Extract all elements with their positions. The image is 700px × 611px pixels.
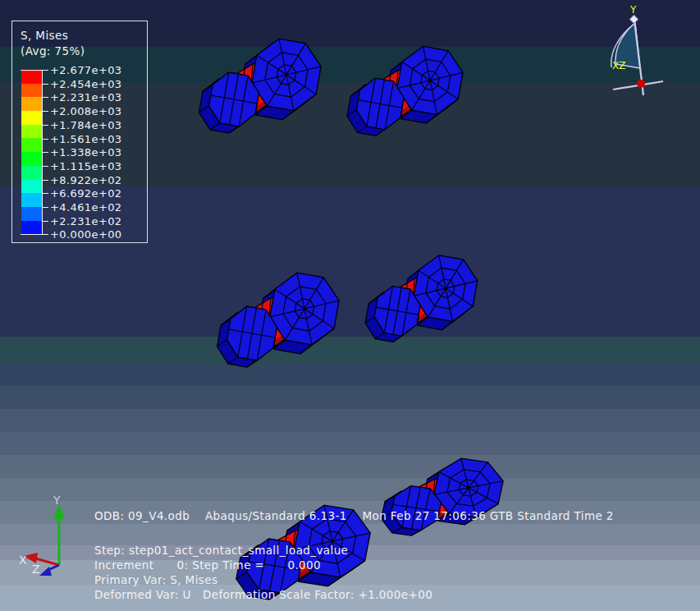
legend-tick-mark	[42, 139, 48, 140]
legend-tick-label-3: +2.008e+03	[50, 105, 122, 117]
legend-tick-mark	[42, 111, 48, 112]
legend-subtitle: (Avg: 75%)	[21, 44, 85, 57]
part-instance-3[interactable]	[214, 269, 342, 370]
legend-swatch-0	[21, 70, 42, 84]
increment-line: Increment 0: Step Time = 0.000	[94, 558, 614, 573]
triad-z-label: Z	[32, 563, 40, 576]
deformed-var-line: Deformed Var: U Deformation Scale Factor…	[94, 588, 614, 603]
legend-swatch-6	[21, 152, 42, 166]
compass-y-label: Y	[629, 4, 637, 16]
legend-tick-label-10: +4.461e+02	[50, 201, 122, 214]
compass-xz-label: XZ	[612, 60, 625, 71]
legend-tick-label-2: +2.231e+03	[50, 91, 122, 103]
legend-tick-mark	[42, 193, 48, 194]
legend-tick-label-9: +6.692e+02	[50, 187, 122, 200]
compass-pivot-ball[interactable]	[637, 80, 645, 88]
legend-swatch-7	[21, 166, 42, 180]
triad-x-label: X	[19, 554, 27, 567]
triad-y-label: Y	[53, 494, 61, 507]
part-instance-1[interactable]	[196, 35, 324, 136]
abaqus-viewer-canvas[interactable]: { "colors": { "part_blue": "#1414df", "p…	[0, 0, 700, 611]
legend-swatch-11	[21, 221, 42, 235]
legend-title: S, Mises	[21, 29, 68, 42]
legend-tick-label-7: +1.115e+03	[50, 160, 122, 172]
legend-swatch-10	[21, 207, 42, 221]
compass-top-handle[interactable]	[630, 16, 638, 24]
legend-swatch-stack	[21, 70, 42, 234]
view-compass[interactable]: Y XZ	[603, 2, 698, 102]
legend-tick-label-12: +0.000e+00	[50, 228, 122, 241]
legend-swatch-9	[21, 193, 42, 207]
legend-tick-label-5: +1.561e+03	[50, 133, 122, 145]
legend-tick-mark	[42, 221, 48, 222]
legend-tick-mark	[42, 166, 48, 167]
legend-swatch-8	[21, 180, 42, 194]
state-block: ODB: 09_V4.odb Abaqus/Standard 6.13-1 Mo…	[94, 509, 614, 603]
legend-tick-label-6: +1.338e+03	[50, 146, 122, 158]
legend-swatch-3	[21, 111, 42, 125]
legend-tick-mark	[42, 207, 48, 208]
legend-tick-label-11: +2.231e+02	[50, 215, 122, 227]
view-triad: Y X Z	[12, 486, 104, 583]
legend-tick-mark	[42, 180, 48, 181]
legend-tick-label-0: +2.677e+03	[50, 64, 122, 76]
step-line: Step: step01_act_contact_small_load_valu…	[94, 544, 614, 558]
legend-tick-mark	[21, 234, 48, 235]
part-instance-2[interactable]	[345, 43, 466, 138]
odb-title-line: ODB: 09_V4.odb Abaqus/Standard 6.13-1 Mo…	[94, 509, 614, 524]
legend: S, Mises (Avg: 75%) +2.677e+03+2.454e+03…	[11, 21, 148, 243]
legend-swatch-1	[21, 84, 42, 98]
part-instance-4[interactable]	[363, 252, 481, 344]
legend-tick-label-4: +1.784e+03	[50, 119, 122, 131]
legend-tick-mark	[42, 152, 48, 153]
legend-tick-mark	[42, 125, 48, 126]
legend-tick-label-8: +8.922e+02	[50, 174, 122, 186]
primary-var-line: Primary Var: S, Mises	[94, 573, 614, 588]
legend-swatch-5	[21, 138, 42, 152]
legend-swatch-4	[21, 125, 42, 139]
legend-tick-mark	[42, 97, 48, 98]
legend-tick-mark	[21, 70, 48, 71]
legend-swatch-2	[21, 97, 42, 111]
legend-tick-mark	[42, 84, 48, 85]
legend-tick-label-1: +2.454e+03	[50, 78, 122, 90]
